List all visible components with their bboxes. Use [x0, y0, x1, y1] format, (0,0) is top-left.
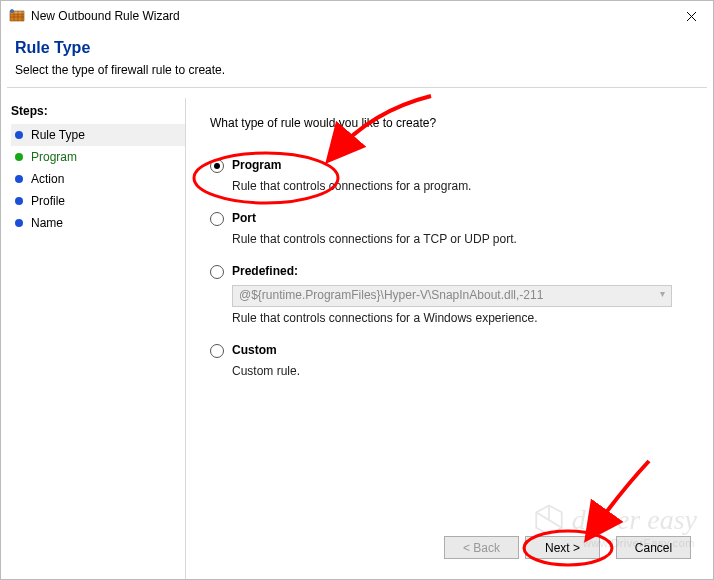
step-action[interactable]: Action [11, 168, 185, 190]
bullet-icon [15, 153, 23, 161]
rule-type-question: What type of rule would you like to crea… [210, 116, 689, 130]
radio-custom[interactable] [210, 344, 224, 358]
close-icon [686, 11, 697, 22]
option-custom[interactable]: Custom [210, 343, 689, 358]
back-button: < Back [444, 536, 519, 559]
steps-sidebar: Steps: Rule Type Program Action Profile … [1, 98, 186, 579]
option-desc: Rule that controls connections for a TCP… [232, 232, 689, 246]
page-subtitle: Select the type of firewall rule to crea… [1, 63, 713, 87]
step-label: Program [31, 150, 77, 164]
option-desc: Rule that controls connections for a pro… [232, 179, 689, 193]
step-program[interactable]: Program [11, 146, 185, 168]
bullet-icon [15, 131, 23, 139]
option-desc: Custom rule. [232, 364, 689, 378]
page-title: Rule Type [15, 39, 699, 57]
steps-title: Steps: [11, 104, 185, 118]
bullet-icon [15, 175, 23, 183]
heading-area: Rule Type [1, 31, 713, 57]
step-name[interactable]: Name [11, 212, 185, 234]
title-text: New Outbound Rule Wizard [31, 9, 669, 23]
bullet-icon [15, 197, 23, 205]
radio-port[interactable] [210, 212, 224, 226]
option-desc: Rule that controls connections for a Win… [232, 311, 689, 325]
predefined-combo[interactable]: @${runtime.ProgramFiles}\Hyper-V\SnapInA… [232, 285, 672, 307]
bullet-icon [15, 219, 23, 227]
option-label: Port [232, 211, 256, 225]
titlebar: New Outbound Rule Wizard [1, 1, 713, 31]
radio-predefined[interactable] [210, 265, 224, 279]
divider [7, 87, 707, 88]
watermark-brand: driver easy [572, 504, 697, 536]
close-button[interactable] [669, 1, 713, 31]
option-label: Custom [232, 343, 277, 357]
radio-program[interactable] [210, 159, 224, 173]
option-port[interactable]: Port [210, 211, 689, 226]
wizard-window: New Outbound Rule Wizard Rule Type Selec… [0, 0, 714, 580]
watermark: driver easy [532, 503, 697, 537]
hexagon-icon [532, 503, 566, 537]
step-label: Name [31, 216, 63, 230]
step-profile[interactable]: Profile [11, 190, 185, 212]
step-label: Profile [31, 194, 65, 208]
option-predefined[interactable]: Predefined: [210, 264, 689, 279]
option-label: Predefined: [232, 264, 298, 278]
step-label: Rule Type [31, 128, 85, 142]
step-label: Action [31, 172, 64, 186]
option-label: Program [232, 158, 281, 172]
watermark-url: www.DriverEasy.com [583, 537, 695, 549]
step-rule-type[interactable]: Rule Type [11, 124, 185, 146]
option-program[interactable]: Program [210, 158, 689, 173]
firewall-icon [9, 8, 25, 24]
